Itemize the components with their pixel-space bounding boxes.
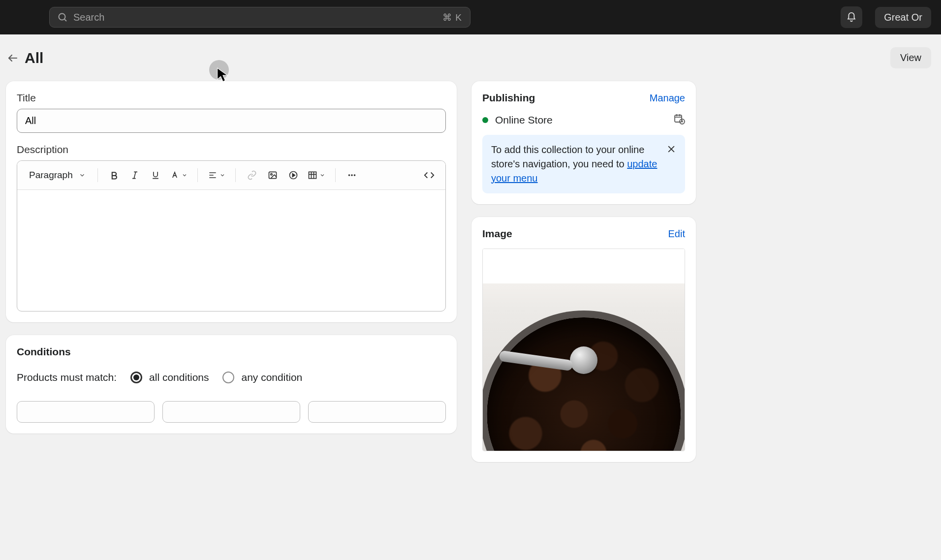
search-icon (58, 12, 67, 22)
radio-unchecked-icon (222, 372, 234, 383)
condition-value-input[interactable] (308, 401, 446, 423)
banner-text: To add this collection to your online st… (491, 143, 659, 186)
bell-icon (846, 12, 857, 23)
channel-label: Online Store (495, 114, 553, 126)
svg-point-19 (351, 174, 353, 176)
close-icon (666, 144, 676, 154)
radio-any-condition[interactable]: any condition (222, 372, 302, 383)
bold-icon (109, 170, 119, 180)
manage-link[interactable]: Manage (650, 93, 685, 104)
title-input[interactable] (17, 109, 446, 133)
link-icon (247, 170, 257, 180)
video-button[interactable] (284, 166, 303, 185)
navigation-info-banner: To add this collection to your online st… (482, 135, 685, 193)
more-button[interactable] (343, 166, 361, 185)
search-placeholder: Search (73, 12, 442, 23)
svg-marker-13 (292, 174, 295, 177)
text-color-icon (170, 170, 180, 180)
italic-button[interactable] (125, 166, 144, 185)
title-label: Title (17, 92, 446, 104)
ellipsis-icon (346, 170, 357, 181)
svg-rect-21 (675, 115, 682, 122)
title-description-card: Title Description Paragraph (6, 81, 457, 322)
svg-point-20 (353, 174, 355, 176)
arrow-left-icon (7, 52, 19, 64)
image-icon (268, 170, 278, 180)
bold-button[interactable] (105, 166, 124, 185)
underline-button[interactable] (146, 166, 165, 185)
text-color-button[interactable] (167, 170, 190, 180)
chevron-down-icon (220, 172, 225, 178)
image-button[interactable] (263, 166, 282, 185)
publishing-title: Publishing (482, 92, 535, 104)
match-label: Products must match: (17, 372, 117, 383)
svg-rect-14 (309, 172, 316, 178)
image-card: Image Edit (471, 217, 696, 462)
chevron-down-icon (319, 172, 325, 178)
rich-text-editor: Paragraph (17, 160, 446, 311)
editor-toolbar: Paragraph (17, 161, 445, 190)
account-menu[interactable]: Great Or (875, 7, 931, 28)
publishing-card: Publishing Manage Online Store To add th… (471, 81, 696, 204)
paragraph-style-dropdown[interactable]: Paragraph (24, 167, 91, 184)
image-title: Image (482, 228, 512, 240)
channel-row: Online Store (482, 113, 685, 127)
svg-point-0 (59, 14, 65, 20)
notifications-button[interactable] (841, 6, 862, 28)
svg-point-11 (271, 174, 272, 175)
svg-line-5 (134, 172, 135, 178)
search-input[interactable]: Search ⌘ K (49, 7, 470, 28)
conditions-card: Conditions Products must match: all cond… (6, 335, 457, 434)
banner-close-button[interactable] (666, 144, 676, 158)
status-dot-icon (482, 117, 488, 123)
description-label: Description (17, 144, 446, 156)
svg-line-1 (64, 19, 66, 21)
align-button[interactable] (205, 170, 228, 180)
schedule-button[interactable] (673, 113, 685, 127)
chevron-down-icon (182, 172, 188, 178)
align-left-icon (208, 170, 218, 180)
match-row: Products must match: all conditions any … (17, 372, 446, 383)
underline-icon (151, 170, 160, 180)
collection-image[interactable] (482, 249, 685, 451)
table-button[interactable] (305, 170, 328, 180)
code-icon (424, 170, 435, 181)
conditions-title: Conditions (17, 346, 446, 358)
condition-operator-select[interactable] (162, 401, 300, 423)
chevron-down-icon (79, 172, 86, 179)
table-icon (308, 170, 317, 180)
svg-point-18 (348, 174, 350, 176)
italic-icon (130, 170, 140, 180)
link-button[interactable] (243, 166, 261, 185)
view-button[interactable]: View (890, 47, 931, 68)
page-header: All View (0, 34, 941, 81)
topbar: Search ⌘ K Great Or (0, 0, 941, 34)
code-view-button[interactable] (420, 166, 439, 185)
edit-image-link[interactable]: Edit (668, 228, 685, 240)
video-icon (288, 170, 298, 180)
account-label: Great Or (884, 12, 922, 23)
coffee-grinder-image (483, 283, 685, 451)
radio-checked-icon (130, 372, 142, 383)
description-textarea[interactable] (17, 190, 445, 311)
page-title: All (25, 50, 43, 66)
calendar-clock-icon (673, 113, 685, 124)
radio-all-conditions[interactable]: all conditions (130, 372, 209, 383)
back-button[interactable] (4, 49, 22, 67)
condition-field-select[interactable] (17, 401, 155, 423)
search-shortcut: ⌘ K (442, 12, 462, 23)
